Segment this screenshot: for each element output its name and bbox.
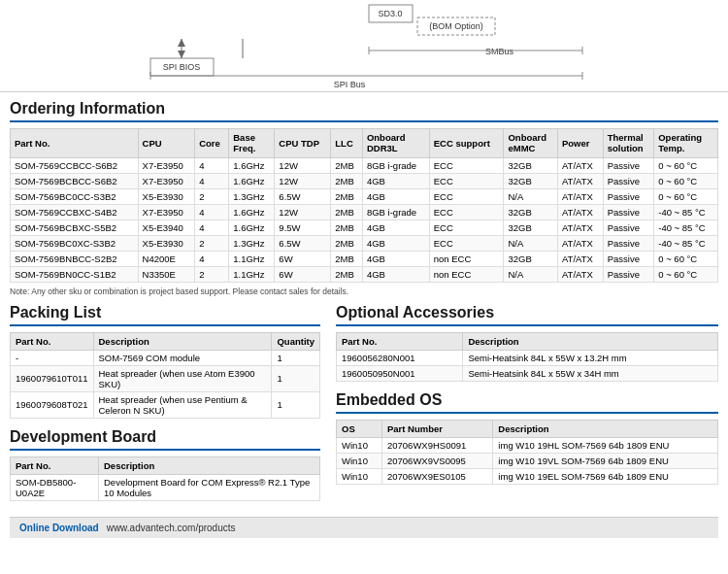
devboard-title: Development Board <box>10 428 320 451</box>
table-row: Win1020706WX9HS0091img W10 19HL SOM-7569… <box>337 437 718 453</box>
devboard-body: SOM-DB5800-U0A2EDevelopment Board for CO… <box>11 474 320 500</box>
ordering-note: Note: Any other sku or combination is pr… <box>10 287 718 296</box>
embedded-os-table: OSPart NumberDescription Win1020706WX9HS… <box>336 420 718 485</box>
two-col-layout: Packing List Part No.DescriptionQuantity… <box>10 304 718 511</box>
packing-header-row: Part No.DescriptionQuantity <box>11 332 320 350</box>
svg-marker-16 <box>178 39 185 47</box>
table-row: 1960056280N001Semi-Heatsink 84L x 55W x … <box>337 350 718 365</box>
table-row: 1960079608T021Heat spreader (when use Pe… <box>11 391 320 418</box>
svg-text:(BOM Option): (BOM Option) <box>429 21 483 31</box>
table-row: 1960079610T011Heat spreader (when use At… <box>11 365 320 391</box>
right-column: Optional Accessories Part No.Description… <box>336 304 718 511</box>
diagram-svg: SD3.0 (BOM Option) SMBus SPI BIOS SPI Bu… <box>0 0 728 92</box>
packing-body: -SOM-7569 COM module11960079610T011Heat … <box>11 350 320 418</box>
main-content: Ordering Information Part No.CPUCoreBase… <box>0 92 728 544</box>
ordering-body: SOM-7569CCBCC-S6B2X7-E395041.6GHz12W2MB8… <box>11 157 718 282</box>
devboard-header-row: Part No.Description <box>11 456 320 474</box>
table-row: SOM-7569BCBXC-S5B2X5-E394041.6GHz9.5W2MB… <box>11 219 718 235</box>
ordering-header-row: Part No.CPUCoreBase Freq.CPU TDPLLCOnboa… <box>11 129 718 158</box>
table-row: SOM-7569BC0CC-S3B2X5-E393021.3GHz6.5W2MB… <box>11 188 718 204</box>
diagram-area: SD3.0 (BOM Option) SMBus SPI BIOS SPI Bu… <box>0 0 728 92</box>
table-row: -SOM-7569 COM module1 <box>11 350 320 365</box>
devboard-table: Part No.Description SOM-DB5800-U0A2EDeve… <box>10 456 320 501</box>
optional-body: 1960056280N001Semi-Heatsink 84L x 55W x … <box>337 350 718 381</box>
svg-marker-17 <box>178 51 185 58</box>
svg-text:SD3.0: SD3.0 <box>378 9 402 18</box>
table-row: SOM-7569BCBCC-S6B2X7-E395041.6GHz12W2MB4… <box>11 173 718 188</box>
ordering-table: Part No.CPUCoreBase Freq.CPU TDPLLCOnboa… <box>10 128 718 283</box>
svg-text:SPI Bus: SPI Bus <box>334 80 366 89</box>
packing-table: Part No.DescriptionQuantity -SOM-7569 CO… <box>10 332 320 419</box>
svg-text:SPI BIOS: SPI BIOS <box>163 62 201 72</box>
optional-title: Optional Accessories <box>336 304 718 326</box>
ordering-title: Ordering Information <box>10 100 718 122</box>
table-row: SOM-7569CCBXC-S4B2X7-E395041.6GHz12W2MB8… <box>11 204 718 219</box>
table-row: SOM-7569CCBCC-S6B2X7-E395041.6GHz12W2MB8… <box>11 157 718 173</box>
left-column: Packing List Part No.DescriptionQuantity… <box>10 304 320 511</box>
embedded-header-row: OSPart NumberDescription <box>337 420 718 437</box>
table-row: SOM-DB5800-U0A2EDevelopment Board for CO… <box>11 474 320 500</box>
footer-label: Online Download <box>19 523 99 533</box>
footer-bar: Online Download www.advantech.com/produc… <box>10 517 718 538</box>
footer-url: www.advantech.com/products <box>107 523 236 533</box>
table-row: SOM-7569BN0CC-S1B2N3350E21.1GHz6W2MB4GBn… <box>11 266 718 282</box>
optional-header-row: Part No.Description <box>337 332 718 350</box>
optional-table: Part No.Description 1960056280N001Semi-H… <box>336 332 718 382</box>
table-row: Win1020706WX9VS0095img W10 19VL SOM-7569… <box>337 453 718 468</box>
table-row: 1960050950N001Semi-Heatsink 84L x 55W x … <box>337 365 718 381</box>
embedded-body: Win1020706WX9HS0091img W10 19HL SOM-7569… <box>337 437 718 484</box>
svg-text:SMBus: SMBus <box>485 47 514 56</box>
table-row: SOM-7569BC0XC-S3B2X5-E393021.3GHz6.5W2MB… <box>11 235 718 251</box>
packing-title: Packing List <box>10 304 320 326</box>
table-row: SOM-7569BNBCC-S2B2N4200E41.1GHz6W2MB4GBn… <box>11 251 718 266</box>
table-row: Win1020706WX9ES0105img W10 19EL SOM-7569… <box>337 468 718 484</box>
embedded-os-title: Embedded OS <box>336 391 718 414</box>
